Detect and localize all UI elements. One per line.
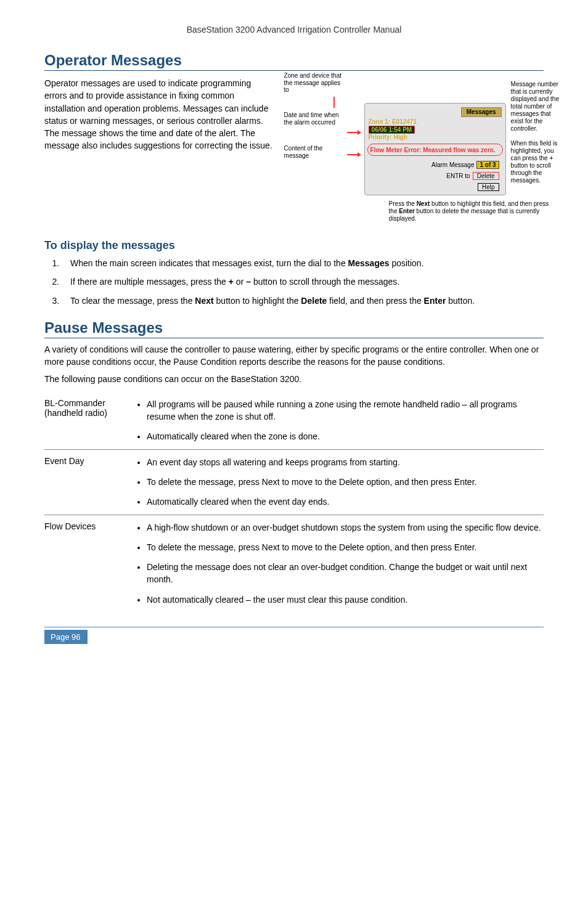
cond-2-item-3: Not automatically cleared – the user mus… [147, 593, 544, 606]
doc-header-title: BaseStation 3200 Advanced Irrigation Con… [44, 25, 544, 35]
zone-line: Zone 1: E012471 [369, 118, 502, 126]
callout-scroll: When this field is highlighted, you can … [511, 140, 560, 184]
cond-1-item-0: An event day stops all watering and keep… [147, 456, 544, 468]
callout-date-label: Date and time when the alarm occurred [284, 112, 346, 126]
cond-0-item-0: All programs will be paused while runnin… [147, 398, 544, 423]
entr-row: ENTR to Delete [446, 172, 499, 181]
pause-para1: A variety of conditions will cause the c… [44, 343, 544, 369]
cond-name-2: Flow Devices [44, 521, 131, 606]
steps-list: When the main screen indicates that mess… [44, 257, 544, 307]
device-screen: Messages Zone 1: E012471 06/06 1:54 PM P… [364, 103, 506, 195]
cond-0-item-1: Automatically cleared when the zone is d… [147, 430, 544, 442]
pause-para2: The following pause conditions can occur… [44, 373, 544, 385]
step-2: If there are multiple messages, press th… [62, 275, 544, 288]
help-field: Help [478, 183, 499, 192]
alarm-row: Alarm Message 1 of 3 [431, 161, 499, 169]
operator-heading: Operator Messages [44, 52, 544, 71]
cond-1-item-1: To delete the message, press Next to mov… [147, 476, 544, 488]
cond-2-item-1: To delete the message, press Next to mov… [147, 541, 544, 553]
callout-zone-label: Zone and device that the message applies… [284, 72, 346, 94]
help-row: Help [478, 183, 499, 192]
pause-heading: Pause Messages [44, 319, 544, 338]
callout-content-label: Content of the message [284, 145, 346, 159]
date-box: 06/06 1:54 PM [369, 126, 415, 134]
arrow-icon [347, 150, 361, 157]
cond-1-item-2: Automatically cleared when the event day… [147, 495, 544, 508]
step-1: When the main screen indicates that mess… [62, 257, 544, 269]
display-messages-heading: To display the messages [44, 239, 544, 252]
alarm-label: Alarm Message [431, 161, 474, 169]
messages-diagram: Zone and device that the message applies… [284, 72, 555, 229]
arrow-icon [347, 128, 361, 135]
cond-2-item-2: Deleting the message does not clear an o… [147, 561, 544, 586]
delete-field: Delete [473, 172, 499, 181]
step-3: To clear the message, press the Next but… [62, 295, 544, 307]
conditions-table: BL-Commander (handheld radio) All progra… [44, 392, 544, 612]
entr-label: ENTR to [446, 173, 470, 180]
messages-titlebar: Messages [461, 107, 502, 117]
cond-name-0: BL-Commander (handheld radio) [44, 398, 131, 443]
priority-line: Priority: High [369, 134, 502, 141]
cond-2-item-0: A high-flow shutdown or an over-budget s… [147, 521, 544, 534]
cond-name-1: Event Day [44, 456, 131, 508]
operator-paragraph: Operator messages are used to indicate p… [44, 77, 274, 152]
alarm-counter: 1 of 3 [476, 161, 499, 169]
error-line: Flow Meter Error: Measured flow was zero… [370, 147, 500, 154]
callout-delete-note: Press the Next button to highlight this … [389, 200, 549, 222]
callout-msgnum: Message number that is currently display… [511, 81, 560, 132]
page-footer: Page 96 [44, 627, 544, 644]
page-number: Page 96 [44, 630, 88, 644]
